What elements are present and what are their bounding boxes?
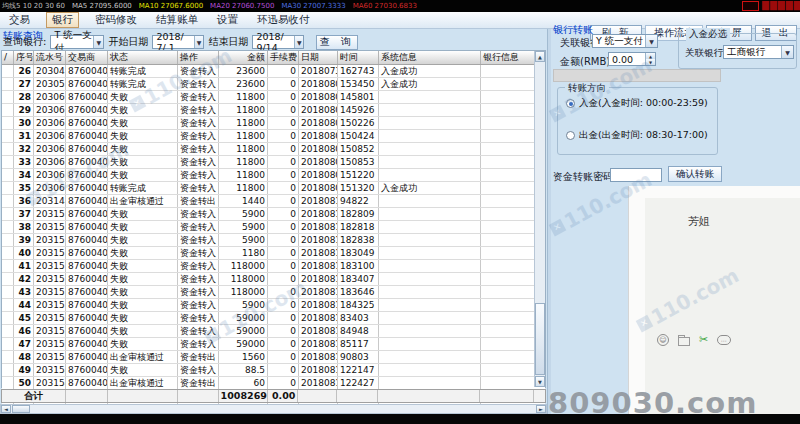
folder-icon[interactable] bbox=[678, 337, 690, 346]
radio-unselected-icon[interactable] bbox=[566, 131, 575, 140]
table-cell: 2030672 bbox=[34, 143, 66, 155]
chevron-down-icon[interactable]: ▼ bbox=[645, 35, 657, 47]
table-cell: 20180814 bbox=[299, 338, 338, 350]
table-row[interactable]: 272030537876004054转账完成资金转入23600020180801… bbox=[2, 78, 545, 91]
table-row[interactable]: 312030672876004054失败资金转入1180002018080215… bbox=[2, 130, 545, 143]
table-row[interactable]: 362031443876004054出金审核通过资金转出144002018081… bbox=[2, 195, 545, 208]
amount-stepper[interactable]: 0.00 ▲▼ bbox=[608, 52, 656, 66]
menu-item-环迅易收付[interactable]: 环迅易收付 bbox=[254, 12, 313, 28]
table-cell: 资金转入 bbox=[178, 208, 219, 220]
table-row[interactable]: 282030670876004054失败资金转入1180002018080214… bbox=[2, 91, 545, 104]
table-cell: 182818 bbox=[338, 221, 379, 233]
table-cell: 20180802 bbox=[299, 91, 338, 103]
table-row[interactable]: 262030432876004054转账完成资金转入23600020180731… bbox=[2, 65, 545, 78]
menu-item-设置[interactable]: 设置 bbox=[214, 12, 241, 28]
table-row[interactable]: 462031527876004054失败资金转入5900002018081484… bbox=[2, 325, 545, 338]
chevron-down-icon[interactable]: ▼ bbox=[93, 36, 103, 48]
table-row[interactable]: 322030672876004054失败资金转入1180002018080215… bbox=[2, 143, 545, 156]
table-header-row: /序号流水号交易商状态操作金额手续费日期时间系统信息银行信息 bbox=[2, 51, 545, 65]
table-cell: 资金转入 bbox=[178, 143, 219, 155]
table-cell: 2030673 bbox=[34, 182, 66, 194]
deposit-radio-option[interactable]: 入金(入金时间: 00:00-23:59) bbox=[566, 97, 708, 110]
table-cell: 资金转出 bbox=[178, 377, 219, 389]
menu-item-密码修改[interactable]: 密码修改 bbox=[92, 12, 140, 28]
table-cell: 876004054 bbox=[66, 143, 108, 155]
ma-values: MA5 27095.6000MA10 27067.6000MA20 27060.… bbox=[72, 2, 417, 10]
related-bank-select[interactable]: Y 统一支付 ▼ bbox=[592, 34, 658, 48]
smiley-icon[interactable]: ☺ bbox=[657, 334, 669, 346]
vertical-scrollbar-thumb[interactable] bbox=[535, 303, 545, 375]
scroll-left-icon[interactable]: ◄ bbox=[1, 405, 11, 413]
table-row[interactable]: 332030673876004054失败资金转入1180002018080215… bbox=[2, 156, 545, 169]
chevron-down-icon[interactable]: ▼ bbox=[194, 36, 203, 48]
table-row[interactable]: 292030671876004054失败资金转入1180002018080214… bbox=[2, 104, 545, 117]
table-row[interactable]: 302030671876004054失败资金转入1180002018080215… bbox=[2, 117, 545, 130]
stepper-arrows-icon[interactable]: ▲▼ bbox=[645, 53, 655, 65]
transfer-password-input[interactable] bbox=[610, 168, 662, 182]
table-cell: 876004054 bbox=[66, 364, 108, 376]
chevron-down-icon[interactable]: ▼ bbox=[294, 36, 303, 48]
table-row[interactable]: 492031544876004054失败资金转入88.5020180814122… bbox=[2, 364, 545, 377]
table-cell bbox=[2, 130, 14, 142]
table-row[interactable]: 482031531876004054出金审核通过资金转出156002018081… bbox=[2, 351, 545, 364]
table-row[interactable]: 442031519876004054失败资金转入5900020180813184… bbox=[2, 299, 545, 312]
table-cell: 入金成功 bbox=[379, 182, 481, 194]
table-cell bbox=[2, 91, 14, 103]
table-row[interactable]: 392031518876004054失败资金转入5900020180813182… bbox=[2, 234, 545, 247]
transfer-password-label: 资金转账密码: bbox=[553, 170, 616, 184]
table-cell: 0 bbox=[268, 143, 299, 155]
table-row[interactable]: 432031519876004054失败资金转入1180000201808131… bbox=[2, 286, 545, 299]
table-cell bbox=[481, 169, 535, 181]
search-button[interactable]: 查 询 bbox=[316, 35, 358, 50]
table-cell bbox=[379, 169, 481, 181]
withdraw-radio-option[interactable]: 出金(出金时间: 08:30-17:00) bbox=[566, 129, 708, 142]
panel-splitter[interactable] bbox=[547, 29, 551, 414]
table-cell bbox=[379, 364, 481, 376]
menu-item-交易[interactable]: 交易 bbox=[6, 12, 33, 28]
table-row[interactable]: 372031518876004054失败资金转入5900020180813182… bbox=[2, 208, 545, 221]
horizontal-scrollbar-thumb[interactable] bbox=[12, 405, 30, 413]
table-cell: 资金转入 bbox=[178, 221, 219, 233]
table-cell bbox=[481, 286, 535, 298]
chat-bubble-icon[interactable]: ⋯ bbox=[717, 335, 731, 345]
table-cell: 资金转入 bbox=[178, 104, 219, 116]
menu-item-银行[interactable]: 银行 bbox=[46, 12, 79, 28]
related-bank-value: Y 统一支付 bbox=[596, 35, 643, 48]
table-row[interactable]: 422031519876004054失败资金转入1180000201808131… bbox=[2, 273, 545, 286]
menu-item-结算账单[interactable]: 结算账单 bbox=[153, 12, 201, 28]
table-cell bbox=[379, 208, 481, 220]
table-cell bbox=[2, 247, 14, 259]
table-cell: 失败 bbox=[108, 247, 178, 259]
table-cell: 40 bbox=[14, 247, 34, 259]
table-row[interactable]: 452031527876004054失败资金转入5900002018081483… bbox=[2, 312, 545, 325]
start-date-select[interactable]: 2018/ 7/ 1 ▼ bbox=[152, 35, 204, 49]
table-cell: 876004054 bbox=[66, 286, 108, 298]
horizontal-scrollbar[interactable]: ◄ ► bbox=[0, 404, 547, 414]
table-row[interactable]: 402031518876004054失败资金转入1180020180813183… bbox=[2, 247, 545, 260]
table-row[interactable]: 352030673876004054转账完成资金转入11800020180802… bbox=[2, 182, 545, 195]
table-cell: 20180814 bbox=[299, 377, 338, 389]
total-row: 合计 1008269.50 0.00 bbox=[1, 389, 546, 403]
table-cell: 876004054 bbox=[66, 65, 108, 77]
scroll-down-icon[interactable]: ▼ bbox=[535, 376, 545, 387]
scissors-icon[interactable]: ✂ bbox=[699, 334, 708, 346]
table-row[interactable]: 342030673876004054失败资金转入1180002018080215… bbox=[2, 169, 545, 182]
table-row[interactable]: 472031528876004054失败资金转入5900002018081485… bbox=[2, 338, 545, 351]
scroll-right-icon[interactable]: ► bbox=[536, 405, 546, 413]
deposit-bank-select[interactable]: 工商银行 ▼ bbox=[723, 45, 794, 59]
column-header: / bbox=[2, 51, 14, 64]
radio-selected-icon[interactable] bbox=[566, 99, 575, 108]
confirm-transfer-button[interactable]: 确认转账 bbox=[668, 166, 722, 182]
scroll-up-icon[interactable]: ▲ bbox=[535, 51, 545, 62]
end-date-select[interactable]: 2018/ 9/14 ▼ bbox=[252, 35, 304, 49]
chevron-down-icon[interactable]: ▼ bbox=[781, 46, 793, 58]
vertical-scrollbar[interactable]: ▲ ▼ bbox=[534, 51, 545, 387]
table-row[interactable]: 382031518876004054失败资金转入5900020180813182… bbox=[2, 221, 545, 234]
table-row[interactable]: 412031518876004054失败资金转入1180000201808131… bbox=[2, 260, 545, 273]
table-cell: 46 bbox=[14, 325, 34, 337]
table-cell: 29 bbox=[14, 104, 34, 116]
table-cell: 资金转入 bbox=[178, 156, 219, 168]
start-date-label: 开始日期 bbox=[108, 35, 148, 49]
query-bank-select[interactable]: T 统一支付 ▼ bbox=[50, 35, 104, 49]
table-cell: 59000 bbox=[219, 312, 268, 324]
